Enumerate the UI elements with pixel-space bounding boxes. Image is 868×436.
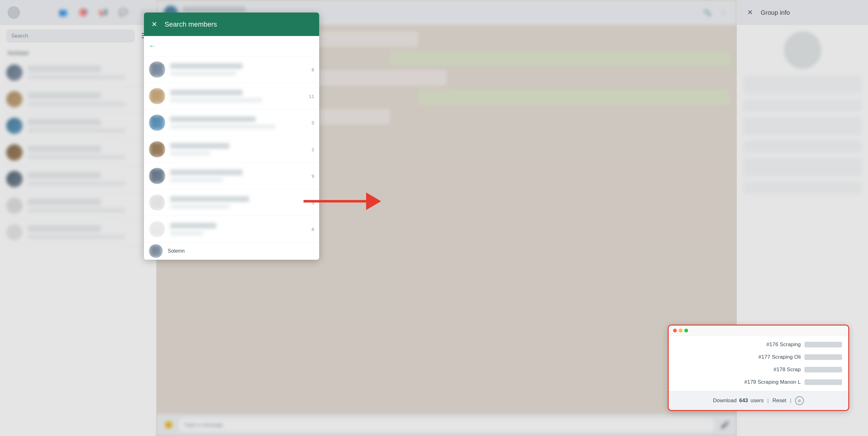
maximize-dot: [684, 329, 688, 333]
modal-close-button[interactable]: ✕: [151, 20, 157, 29]
modal-search-input[interactable]: [160, 40, 314, 52]
popup-window-controls: [669, 325, 848, 336]
popup-item-label-1: #176 Scraping: [766, 341, 801, 348]
modal-title: Search members: [164, 20, 217, 29]
popup-item-blurred-2: [804, 354, 842, 360]
popup-footer: Download 643 users | Reset | ⊕: [669, 391, 848, 410]
member-info: [170, 63, 302, 76]
member-info: [170, 143, 302, 156]
list-item[interactable]: 8: [144, 56, 319, 83]
popup-item-blurred-4: [804, 379, 842, 385]
list-item: #179 Scraping Manon L: [669, 376, 848, 388]
popup-box: #176 Scraping #177 Scraping Oli #178 Scr…: [668, 324, 849, 411]
member-count: 9: [307, 174, 314, 179]
avatar: [149, 88, 165, 104]
list-item[interactable]: 2: [144, 136, 319, 163]
popup-item-label-3: #178 Scrap: [774, 367, 801, 373]
member-info: Solemn: [168, 248, 314, 254]
close-dot: [673, 329, 677, 333]
users-label: users: [751, 398, 764, 404]
member-name-text: Solemn: [168, 248, 185, 253]
arrow-line: [304, 200, 366, 203]
list-item[interactable]: Solemn: [144, 243, 319, 260]
member-info: [170, 196, 302, 209]
list-item: #176 Scraping: [669, 338, 848, 351]
member-count: 8: [307, 67, 314, 72]
avatar: [149, 244, 163, 258]
member-info: [170, 223, 302, 236]
list-item: #177 Scraping Oli: [669, 351, 848, 363]
list-item[interactable]: 5: [144, 110, 319, 136]
divider-2: |: [790, 398, 791, 404]
list-item[interactable]: 8: [144, 216, 319, 243]
download-label: Download: [713, 398, 737, 404]
list-item[interactable]: 9: [144, 163, 319, 189]
member-count: 8: [307, 227, 314, 232]
avatar: [149, 141, 165, 157]
member-info: [170, 169, 302, 182]
member-count: 5: [307, 120, 314, 126]
avatar: [149, 221, 165, 237]
member-count: 2: [307, 147, 314, 152]
modal-header: ✕ Search members: [144, 12, 319, 36]
minimize-dot: [679, 329, 682, 333]
member-info: [170, 90, 302, 102]
popup-item-label-4: #179 Scraping Manon L: [744, 379, 801, 385]
add-icon[interactable]: ⊕: [795, 396, 804, 405]
popup-item-blurred-1: [804, 342, 842, 347]
avatar: [149, 194, 165, 211]
avatar: [149, 61, 165, 77]
avatar: [149, 168, 165, 184]
search-members-modal: ✕ Search members ← 8 11: [144, 12, 319, 260]
member-list: 8 11 5: [144, 56, 319, 260]
popup-member-list: #176 Scraping #177 Scraping Oli #178 Scr…: [669, 336, 848, 391]
avatar: [149, 115, 165, 131]
popup-item-label-2: #177 Scraping Oli: [758, 354, 801, 360]
user-count: 643: [739, 398, 748, 404]
member-info: [170, 117, 302, 129]
modal-back-button[interactable]: ←: [149, 42, 156, 50]
modal-search-row: ←: [144, 36, 319, 56]
arrow-head: [366, 192, 381, 210]
list-item[interactable]: 11: [144, 83, 319, 110]
popup-item-blurred-3: [804, 367, 842, 372]
arrow-annotation: [304, 192, 381, 210]
list-item: #178 Scrap: [669, 363, 848, 376]
divider-1: |: [767, 398, 769, 404]
member-count: 11: [307, 94, 314, 99]
list-item[interactable]: 3: [144, 189, 319, 216]
reset-button[interactable]: Reset: [773, 398, 786, 404]
